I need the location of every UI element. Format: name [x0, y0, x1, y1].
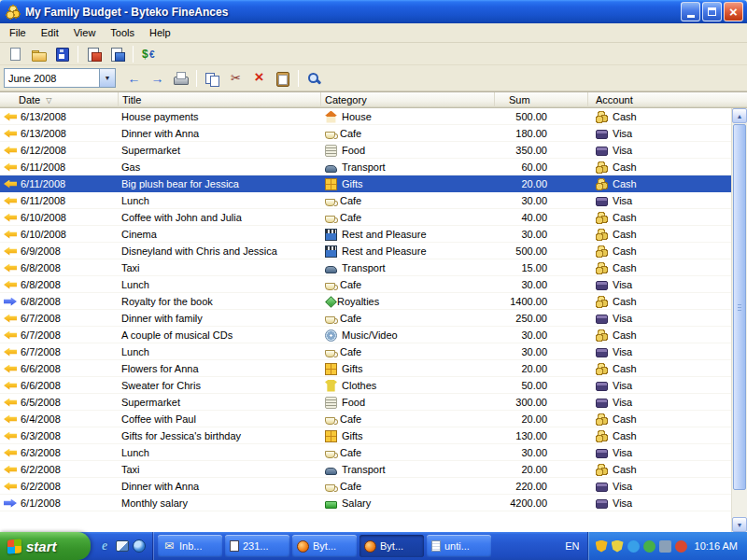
cut-icon	[228, 71, 244, 86]
virus-scanner-icon[interactable]	[596, 540, 608, 553]
close-button[interactable]: ×	[724, 2, 743, 21]
paste-button[interactable]	[271, 67, 294, 89]
new-button[interactable]	[4, 43, 27, 64]
chart-button[interactable]	[106, 43, 129, 64]
row-date: 6/6/2008	[21, 363, 61, 374]
table-row[interactable]: 6/6/2008Sweater for ChrisClothes50.00Vis…	[0, 377, 731, 394]
show-desktop-icon[interactable]	[116, 540, 129, 552]
row-account: Cash	[613, 178, 637, 189]
table-row[interactable]: 6/8/2008LunchCafe30.00Visa	[0, 276, 731, 293]
taskbar-window-unti[interactable]: unti...	[427, 535, 491, 557]
agent-icon[interactable]	[643, 540, 655, 553]
copy-button[interactable]	[201, 67, 224, 89]
table-row[interactable]: 6/13/2008House paymentsHouse500.00Cash	[0, 108, 731, 125]
print-icon	[173, 71, 189, 86]
table-row[interactable]: 6/7/2008A couple of musical CDsMusic/Vid…	[0, 327, 731, 343]
food-category-icon	[325, 397, 337, 409]
currency-button[interactable]	[137, 43, 161, 64]
delete-button[interactable]	[247, 67, 271, 89]
table-row[interactable]: 6/13/2008Dinner with AnnaCafe180.00Visa	[0, 125, 731, 142]
expense-arrow-icon	[4, 449, 17, 457]
column-header-account[interactable]: Account	[588, 92, 747, 107]
row-date: 6/13/2008	[21, 128, 66, 139]
scroll-down-button[interactable]: ▼	[732, 517, 747, 532]
menu-file[interactable]: File	[2, 24, 34, 41]
table-row[interactable]: 6/12/2008SupermarketFood350.00Visa	[0, 142, 731, 159]
row-date: 6/11/2008	[21, 178, 65, 189]
find-button[interactable]	[303, 67, 326, 89]
column-header-category[interactable]: Category	[321, 92, 495, 107]
maximize-button[interactable]	[702, 2, 722, 21]
table-row[interactable]: 6/10/2008CinemaRest and Pleasure30.00Cas…	[0, 226, 731, 243]
forward-button[interactable]	[146, 67, 169, 89]
table-row[interactable]: 6/5/2008SupermarketFood300.00Visa	[0, 394, 731, 411]
start-button[interactable]: start	[0, 532, 91, 560]
security-center-icon[interactable]	[612, 540, 624, 553]
row-sum: 20.00	[495, 178, 588, 189]
row-category: Salary	[342, 497, 371, 509]
table-row[interactable]: 6/7/2008Dinner with familyCafe250.00Visa	[0, 310, 731, 327]
back-button[interactable]	[122, 67, 146, 89]
table-row[interactable]: 6/10/2008Coffee with John and JuliaCafe4…	[0, 209, 731, 226]
table-row[interactable]: 6/4/2008Coffee with PaulCafe20.00Cash	[0, 411, 731, 427]
row-title: Gifts for Jessica's birthday	[119, 430, 321, 441]
expense-arrow-icon	[4, 382, 17, 390]
menu-tools[interactable]: Tools	[103, 24, 142, 41]
taskbar-window-inb[interactable]: Inb...	[158, 535, 222, 557]
report-button[interactable]	[82, 43, 106, 64]
row-date: 6/10/2008	[21, 212, 66, 223]
table-row[interactable]: 6/1/2008Monthly salarySalary4200.00Visa	[0, 495, 731, 511]
expense-arrow-icon	[4, 247, 17, 256]
row-title: Lunch	[119, 346, 321, 357]
vertical-scrollbar[interactable]: ▲ ▼	[731, 108, 747, 532]
cut-button[interactable]	[224, 67, 247, 89]
row-category: Transport	[342, 161, 386, 173]
cafe-category-icon	[325, 484, 335, 492]
messenger-icon[interactable]	[627, 540, 640, 553]
column-header-date[interactable]: Date ▽	[0, 92, 119, 107]
table-row[interactable]: 6/3/2008LunchCafe30.00Visa	[0, 444, 731, 461]
cafe-category-icon	[325, 216, 335, 223]
table-row[interactable]: 6/8/2008TaxiTransport15.00Cash	[0, 259, 731, 276]
row-category: Rest and Pleasure	[342, 229, 427, 240]
visa-account-icon	[596, 130, 608, 139]
table-row[interactable]: 6/2/2008TaxiTransport20.00Cash	[0, 461, 731, 478]
menu-edit[interactable]: Edit	[34, 24, 66, 41]
tray-icons	[596, 540, 687, 553]
royalties-category-icon	[325, 296, 337, 308]
internet-explorer-icon[interactable]	[97, 539, 112, 553]
table-row[interactable]: 6/11/2008Big plush bear for JessicaGifts…	[0, 175, 731, 192]
period-selector[interactable]: June 2008 ▼	[4, 68, 116, 88]
period-dropdown-button[interactable]: ▼	[99, 69, 115, 87]
row-title: Dinner with Anna	[119, 481, 321, 492]
minimize-button[interactable]	[681, 2, 700, 21]
table-row[interactable]: 6/11/2008GasTransport60.00Cash	[0, 159, 731, 175]
scrollbar-thumb[interactable]	[733, 124, 746, 490]
taskbar-window-byt[interactable]: Byt...	[292, 535, 357, 557]
table-row[interactable]: 6/9/2008Disneyland with Chris and Jessic…	[0, 243, 731, 259]
open-button[interactable]	[27, 43, 50, 64]
menu-view[interactable]: View	[66, 24, 104, 41]
table-row[interactable]: 6/2/2008Dinner with AnnaCafe220.00Visa	[0, 478, 731, 495]
table-row[interactable]: 6/11/2008LunchCafe30.00Visa	[0, 192, 731, 209]
row-title: Lunch	[119, 195, 321, 206]
table-row[interactable]: 6/6/2008Flowers for AnnaGifts20.00Cash	[0, 360, 731, 377]
taskbar-window-byt[interactable]: Byt...	[359, 535, 424, 557]
column-header-sum[interactable]: Sum	[495, 92, 588, 107]
scroll-up-button[interactable]: ▲	[732, 108, 747, 123]
language-indicator[interactable]: EN	[557, 540, 586, 552]
taskbar-window-231[interactable]: 231...	[225, 535, 289, 557]
table-row[interactable]: 6/8/2008Royalty for the bookRoyalties140…	[0, 293, 731, 310]
firewall-icon[interactable]	[675, 540, 687, 553]
table-row[interactable]: 6/3/2008Gifts for Jessica's birthdayGift…	[0, 427, 731, 444]
display-icon[interactable]	[659, 540, 671, 553]
close-icon: ×	[729, 5, 738, 19]
browser-icon[interactable]	[133, 539, 146, 553]
save-button[interactable]	[50, 43, 74, 64]
row-title: Monthly salary	[119, 497, 321, 509]
table-row[interactable]: 6/7/2008LunchCafe30.00Visa	[0, 343, 731, 360]
menu-help[interactable]: Help	[142, 24, 178, 41]
print-button[interactable]	[169, 67, 192, 89]
column-header-title[interactable]: Title	[119, 92, 321, 107]
row-category: Cafe	[340, 447, 361, 458]
